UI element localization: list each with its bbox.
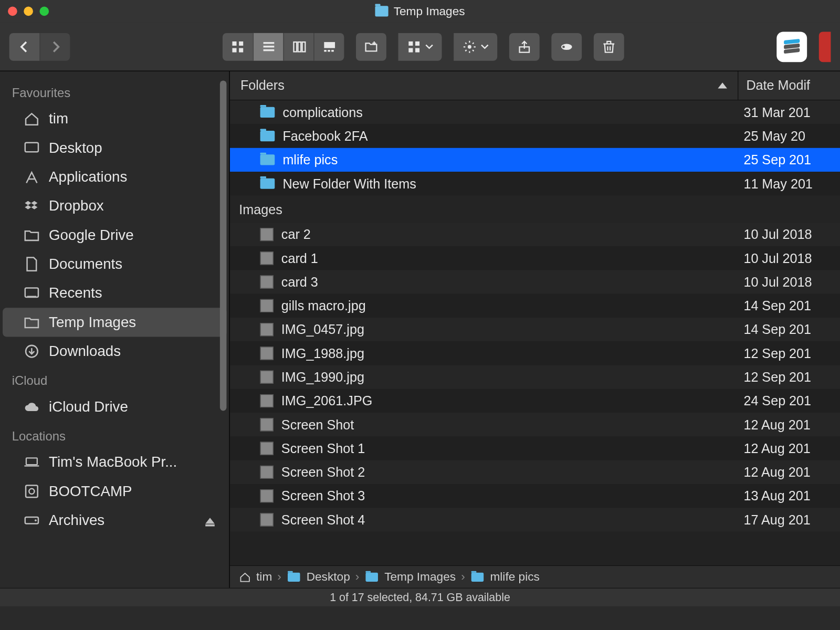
folder-icon <box>471 572 484 581</box>
trash-button[interactable] <box>594 33 624 60</box>
sidebar-section-label: iCloud <box>0 366 229 392</box>
icon-view-button[interactable] <box>223 33 253 60</box>
sidebar-item-label: tim <box>49 110 68 128</box>
app-tile-layers[interactable] <box>776 32 807 62</box>
image-thumb-icon <box>260 276 274 289</box>
list-view-button[interactable] <box>253 33 284 60</box>
file-date: 13 Aug 201 <box>738 488 840 503</box>
sidebar-item[interactable]: BOOTCAMP <box>3 477 226 506</box>
desktop-icon <box>24 141 39 154</box>
file-name: IMG_2061.JPG <box>281 393 372 408</box>
file-date: 12 Sep 201 <box>738 370 840 385</box>
path-crumb[interactable]: tim <box>239 570 272 584</box>
status-text: 1 of 17 selected, 84.71 GB available <box>330 591 510 604</box>
forward-button[interactable] <box>39 33 70 60</box>
file-row[interactable]: gills macro.jpg14 Sep 201 <box>230 294 840 318</box>
file-date: 10 Jul 2018 <box>738 250 840 266</box>
file-name: mlife pics <box>282 152 338 167</box>
back-button[interactable] <box>9 33 40 60</box>
minimize-button[interactable] <box>24 7 33 16</box>
window-title-text: Temp Images <box>394 4 465 18</box>
sidebar-item[interactable]: Tim's MacBook Pr... <box>3 448 226 477</box>
sidebar-item[interactable]: Desktop <box>3 133 226 162</box>
path-crumb[interactable]: Temp Images <box>364 570 456 584</box>
folder-icon <box>260 154 275 165</box>
folder-icon <box>288 572 300 581</box>
folder-icon <box>24 228 39 242</box>
column-header-name[interactable]: Folders <box>230 71 739 100</box>
path-crumb[interactable]: mlife pics <box>470 570 540 584</box>
image-thumb-icon <box>260 466 274 479</box>
file-name: complications <box>282 104 362 120</box>
file-row[interactable]: IMG_1990.jpg12 Sep 201 <box>230 365 840 389</box>
tags-button[interactable] <box>551 33 582 60</box>
file-row[interactable]: New Folder With Items11 May 201 <box>230 172 840 195</box>
path-crumb-label: tim <box>256 570 272 584</box>
arrange-button[interactable] <box>398 33 442 60</box>
list-icon <box>261 39 276 54</box>
chevron-left-icon <box>17 39 32 54</box>
file-row[interactable]: IMG_0457.jpg14 Sep 201 <box>230 318 840 341</box>
file-row[interactable]: Screen Shot 112 Aug 201 <box>230 436 840 460</box>
file-name: Screen Shot 2 <box>281 465 365 480</box>
chevron-right-icon <box>48 39 62 54</box>
sidebar-item[interactable]: iCloud Drive <box>3 392 226 421</box>
app-tile-red[interactable] <box>819 32 831 62</box>
status-bar: 1 of 17 selected, 84.71 GB available <box>0 588 840 606</box>
sidebar-scrollbar[interactable] <box>220 80 227 411</box>
sidebar-item[interactable]: Applications <box>3 162 226 191</box>
sidebar-item[interactable]: Recents <box>3 279 226 308</box>
file-row[interactable]: card 310 Jul 2018 <box>230 270 840 293</box>
file-row[interactable]: card 110 Jul 2018 <box>230 246 840 270</box>
sidebar-item[interactable]: Archives <box>3 506 226 535</box>
action-button[interactable] <box>454 33 497 60</box>
file-name: card 1 <box>281 250 318 266</box>
file-name: gills macro.jpg <box>281 298 366 313</box>
file-row[interactable]: Screen Shot12 Aug 201 <box>230 413 840 436</box>
sidebar-item[interactable]: Documents <box>3 249 226 278</box>
column-view-button[interactable] <box>284 33 314 60</box>
sidebar-item[interactable]: tim <box>3 104 226 133</box>
chevron-right-icon: › <box>461 570 465 584</box>
file-row[interactable]: IMG_2061.JPG24 Sep 201 <box>230 389 840 413</box>
sidebar-item[interactable]: Dropbox <box>3 192 226 220</box>
file-row[interactable]: car 210 Jul 2018 <box>230 223 840 246</box>
gallery-view-button[interactable] <box>314 33 344 60</box>
path-crumb[interactable]: Desktop <box>287 570 350 584</box>
image-thumb-icon <box>260 346 274 360</box>
eject-icon[interactable] <box>205 518 215 523</box>
svg-point-20 <box>562 45 565 48</box>
file-row[interactable]: IMG_1988.jpg12 Sep 201 <box>230 341 840 365</box>
dropbox-icon <box>24 200 39 213</box>
recents-icon <box>24 287 39 300</box>
svg-rect-26 <box>24 465 39 466</box>
gear-icon <box>463 39 477 54</box>
share-icon <box>517 39 532 54</box>
cloud-icon <box>24 400 39 413</box>
svg-rect-9 <box>302 41 305 51</box>
file-date: 25 May 20 <box>738 129 840 144</box>
sidebar-item[interactable]: Google Drive <box>3 220 226 249</box>
new-folder-button[interactable] <box>356 33 386 60</box>
file-row[interactable]: Screen Shot 313 Aug 201 <box>230 484 840 508</box>
sidebar-section-label: Locations <box>0 422 229 448</box>
column-header-date[interactable]: Date Modif <box>738 71 840 100</box>
file-row[interactable]: Screen Shot 417 Aug 201 <box>230 508 840 531</box>
file-date: 12 Aug 201 <box>738 441 840 456</box>
sidebar-item-label: Archives <box>49 512 104 529</box>
sidebar-item[interactable]: Temp Images <box>3 308 226 337</box>
file-date: 11 May 201 <box>738 176 840 191</box>
sidebar: FavouritestimDesktopApplicationsDropboxG… <box>0 71 230 588</box>
file-row[interactable]: complications31 Mar 201 <box>230 100 840 124</box>
sidebar-item-label: Tim's MacBook Pr... <box>49 454 177 471</box>
image-thumb-icon <box>260 513 274 526</box>
path-crumb-label: Temp Images <box>384 570 456 584</box>
share-button[interactable] <box>509 33 540 60</box>
file-row[interactable]: Screen Shot 212 Aug 201 <box>230 460 840 484</box>
file-row[interactable]: Facebook 2FA25 May 20 <box>230 124 840 148</box>
file-row[interactable]: mlife pics25 Sep 201 <box>230 148 840 172</box>
close-button[interactable] <box>8 7 17 16</box>
image-thumb-icon <box>260 394 274 407</box>
sidebar-item[interactable]: Downloads <box>3 337 226 366</box>
zoom-button[interactable] <box>39 7 49 16</box>
